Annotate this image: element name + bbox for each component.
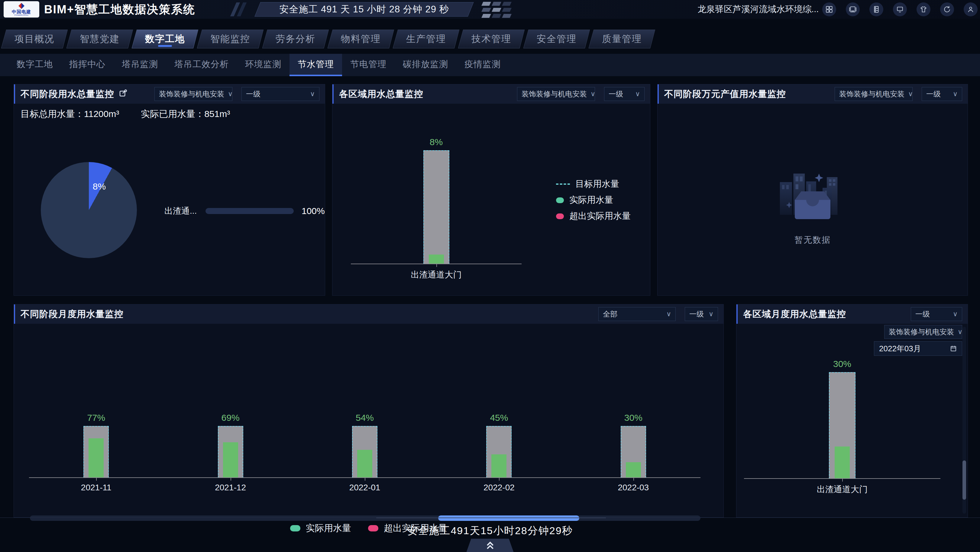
target-legend-marker xyxy=(556,183,570,185)
panel-area-monthly-water: 各区域月度用水总量监控 一级∨ 装饰装修与机电安装∨ 2022年03月 30%出… xyxy=(736,304,968,517)
bar-group[interactable]: 54%2022-01 xyxy=(298,324,432,478)
refresh-icon[interactable] xyxy=(940,2,954,16)
no-data-text: 暂无数据 xyxy=(773,234,852,246)
sub-tab-label: 环境监测 xyxy=(245,58,282,70)
x-axis-label: 出渣通道大门 xyxy=(411,269,462,281)
sub-tab[interactable]: 碳排放监测 xyxy=(395,54,456,76)
main-tab[interactable]: 安全管理 xyxy=(526,30,587,48)
main-tab[interactable]: 质量管理 xyxy=(591,30,653,48)
main-tab[interactable]: 物料管理 xyxy=(330,30,391,48)
actual-bar xyxy=(835,447,850,478)
monthly-water-bar-chart[interactable]: 77%2021-1169%2021-1254%2022-0145%2022-02… xyxy=(29,324,700,478)
user-icon[interactable] xyxy=(964,2,978,16)
bar-group[interactable]: 30%出渣通道大门 xyxy=(744,324,940,479)
panel-title: 各区域月度用水总量监控 xyxy=(743,308,846,321)
level-filter-select[interactable]: 一级∨ xyxy=(922,87,962,101)
main-tab[interactable]: 智能监控 xyxy=(199,30,261,48)
bar-percent-label: 45% xyxy=(490,413,508,423)
main-tab-label: 智慧党建 xyxy=(80,33,120,45)
x-axis-label: 2022-03 xyxy=(618,483,649,493)
display-icon[interactable] xyxy=(893,2,907,16)
stage-filter-select[interactable]: 装饰装修与机电安装∨ xyxy=(835,87,913,101)
main-tab-label: 物料管理 xyxy=(341,33,381,45)
main-tab-label: 劳务分析 xyxy=(275,33,315,45)
sub-tab[interactable]: 节电管理 xyxy=(342,54,395,76)
sub-tab[interactable]: 指挥中心 xyxy=(61,54,114,76)
target-bar xyxy=(423,150,449,264)
apps-icon[interactable] xyxy=(822,2,836,16)
sub-tab-bar: 数字工地指挥中心塔吊监测塔吊工效分析环境监测节水管理节电管理碳排放监测疫情监测 xyxy=(0,54,980,76)
actual-bar xyxy=(357,450,372,477)
main-tab[interactable]: 项目概况 xyxy=(4,30,65,48)
stage-filter-select[interactable]: 装饰装修与机电安装∨ xyxy=(154,87,232,101)
level-filter-select[interactable]: 一级∨ xyxy=(685,307,718,321)
main-tab[interactable]: 智慧党建 xyxy=(69,30,130,48)
bar-percent-label: 8% xyxy=(430,137,443,147)
sub-tab[interactable]: 疫情监测 xyxy=(456,54,509,76)
exceed-legend-marker xyxy=(556,214,564,219)
main-tab-label: 生产管理 xyxy=(406,33,446,45)
panel-stage-output-water: 不同阶段万元产值用水量监控 装饰装修与机电安装∨ 一级∨ xyxy=(657,84,968,296)
level-filter-select[interactable]: 一级∨ xyxy=(911,307,962,321)
progress-value: 100% xyxy=(302,206,325,216)
panel-stage-monthly-water: 不同阶段月度用水量监控 全部∨ 一级∨ 77%2021-1169%2021-12… xyxy=(14,304,724,517)
actual-bar xyxy=(626,462,641,477)
panel-header: 不同阶段万元产值用水量监控 装饰装修与机电安装∨ 一级∨ xyxy=(657,85,967,104)
main-tab-label: 智能监控 xyxy=(210,33,250,45)
sub-tab[interactable]: 数字工地 xyxy=(8,54,61,76)
chevron-down-icon: ∨ xyxy=(953,90,958,98)
chart-vertical-scrollbar[interactable] xyxy=(963,327,966,514)
sub-tab[interactable]: 塔吊工效分析 xyxy=(166,54,237,76)
sub-tab[interactable]: 节水管理 xyxy=(290,54,342,76)
external-link-icon[interactable] xyxy=(118,89,127,99)
sub-tab-label: 塔吊工效分析 xyxy=(174,58,229,70)
actual-bar xyxy=(89,438,103,477)
bar-group[interactable]: 8%出渣通道大门 xyxy=(351,104,522,264)
progress-bar xyxy=(205,208,294,214)
theme-icon[interactable] xyxy=(916,2,931,16)
server-icon[interactable] xyxy=(869,2,883,16)
target-bar xyxy=(621,426,646,478)
bar-percent-label: 30% xyxy=(624,413,643,423)
scroll-top-button[interactable] xyxy=(466,539,514,552)
main-tab-label: 数字工地 xyxy=(145,33,185,45)
area-water-bar-chart[interactable]: 8%出渣通道大门 xyxy=(351,104,522,264)
chevron-down-icon: ∨ xyxy=(228,90,233,98)
actual-bar xyxy=(429,255,444,263)
panel-title: 不同阶段用水总量监控 xyxy=(21,88,114,101)
bar-group[interactable]: 45%2022-02 xyxy=(432,324,566,478)
level-filter-select[interactable]: 一级∨ xyxy=(604,87,644,101)
app-title: BIM+智慧工地数据决策系统 xyxy=(44,0,195,19)
scope-filter-select[interactable]: 全部∨ xyxy=(598,307,676,321)
stage-filter-select[interactable]: 装饰装修与机电安装∨ xyxy=(517,87,595,101)
chevron-down-icon: ∨ xyxy=(953,310,958,318)
powerchina-logo-icon xyxy=(18,3,24,9)
x-axis xyxy=(744,478,940,479)
main-tab[interactable]: 劳务分析 xyxy=(265,30,326,48)
sub-tab[interactable]: 塔吊监测 xyxy=(114,54,166,76)
main-tab[interactable]: 生产管理 xyxy=(395,30,457,48)
target-bar xyxy=(829,372,856,479)
bar-percent-label: 77% xyxy=(87,413,105,423)
water-usage-pie-chart[interactable]: 8% xyxy=(41,162,137,258)
bar-group[interactable]: 30%2022-03 xyxy=(566,324,700,478)
main-tab[interactable]: 数字工地 xyxy=(134,30,196,48)
target-total-value: 11200m³ xyxy=(84,109,119,119)
calendar-icon xyxy=(950,345,957,352)
progress-label: 出渣通... xyxy=(164,205,197,217)
sub-tab[interactable]: 环境监测 xyxy=(237,54,290,76)
bar-group[interactable]: 69%2021-12 xyxy=(163,324,298,478)
level-filter-select[interactable]: 一级∨ xyxy=(242,87,320,101)
project-selector[interactable]: 龙泉驿区芦溪河流域水环境综... ∨ xyxy=(697,0,829,19)
panel-stage-water-total: 不同阶段用水总量监控 装饰装修与机电安装∨ 一级∨ 目标总用水量：11200m³… xyxy=(14,84,325,296)
area-monthly-bar-chart[interactable]: 30%出渣通道大门 xyxy=(744,324,940,479)
x-axis xyxy=(351,263,522,264)
actual-bar xyxy=(223,442,238,477)
main-tab[interactable]: 技术管理 xyxy=(461,30,522,48)
area-progress-row: 出渣通... 100% xyxy=(164,205,325,217)
scrollbar-thumb[interactable] xyxy=(963,460,966,500)
chevron-down-icon: ∨ xyxy=(709,310,713,318)
carousel-icon[interactable] xyxy=(846,2,860,16)
bar-group[interactable]: 77%2021-11 xyxy=(29,324,163,478)
actual-legend-marker xyxy=(556,198,564,203)
